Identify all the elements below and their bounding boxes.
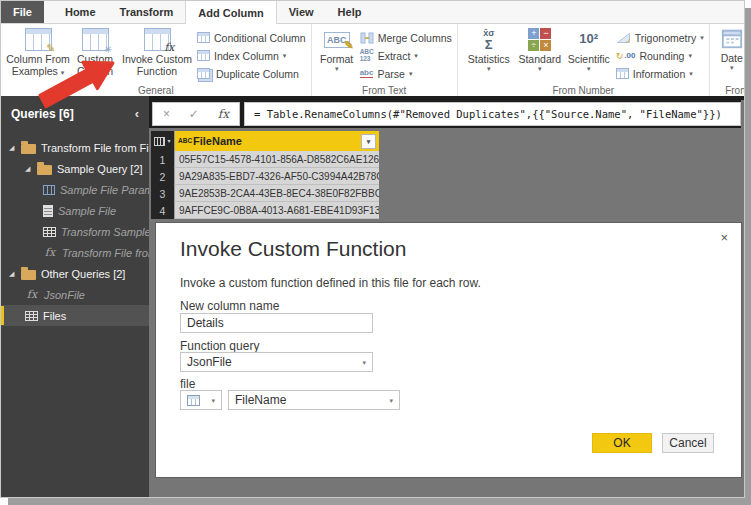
- dropdown-arrow-icon: ▾: [538, 65, 542, 72]
- tree-item-sample-file-parameter[interactable]: Sample File Param...: [1, 179, 149, 200]
- standard-button[interactable]: +−÷× Standard ▾: [515, 25, 565, 83]
- table-select-all-button[interactable]: ▾: [151, 131, 174, 151]
- file-column-dropdown[interactable]: FileName ▾: [228, 390, 400, 410]
- red-annotation-arrow: [26, 46, 121, 116]
- dialog-description: Invoke a custom function defined in this…: [180, 276, 481, 290]
- tree-item-jsonfile[interactable]: fx JsonFile: [1, 284, 149, 305]
- preview-table-header: ▾ ABC FileName ▾: [151, 131, 379, 151]
- rounding-icon: ↻.00: [616, 51, 636, 61]
- button-label: Format: [320, 53, 353, 65]
- new-column-name-label: New column name: [180, 299, 279, 313]
- dropdown-arrow-icon: ▾: [409, 70, 413, 77]
- dropdown-arrow-icon: ▾: [167, 138, 170, 144]
- dropdown-arrow-icon: ▾: [389, 397, 393, 404]
- table-row[interactable]: 3 9AE2853B-2CA4-43EB-8EC4-38E0F82FBBC8.j…: [151, 185, 379, 202]
- preview-table: ▾ ABC FileName ▾ 1 05F57C15-4578-4101-85…: [151, 131, 379, 219]
- conditional-column-button[interactable]: Conditional Column: [197, 30, 306, 45]
- folder-icon: [21, 144, 36, 154]
- button-label: Statistics: [468, 53, 510, 65]
- parse-button[interactable]: abc Parse ▾: [360, 66, 452, 81]
- dropdown-arrow-icon: ▾: [335, 65, 339, 72]
- expand-triangle-icon[interactable]: ◢: [25, 165, 32, 172]
- trigonometry-button[interactable]: Trigonometry ▾: [616, 30, 704, 45]
- button-label: Duplicate Column: [216, 68, 299, 80]
- merge-columns-button[interactable]: Merge Columns: [360, 30, 452, 45]
- index-column-button[interactable]: Index Column ▾: [197, 48, 306, 63]
- format-icon: ABC✎: [324, 32, 350, 48]
- row-number: 3: [151, 185, 174, 202]
- row-value[interactable]: 9A29A835-EBD7-4326-AF50-C3994A42B78C.j..…: [174, 168, 379, 185]
- row-value[interactable]: 05F57C15-4578-4101-856A-D8582C6AE126.js.…: [174, 151, 379, 168]
- button-label: Standard: [518, 53, 561, 65]
- general-small-buttons: Conditional Column Index Column ▾ Duplic…: [194, 25, 306, 83]
- parameter-icon: [43, 185, 55, 195]
- tree-item-transform-file-from-folder[interactable]: ◢ Transform File from Fi...: [1, 137, 149, 158]
- statistics-button[interactable]: x̄σΣ Statistics ▾: [463, 25, 515, 83]
- duplicate-column-button[interactable]: Duplicate Column: [197, 66, 306, 81]
- collapse-pane-chevron-icon[interactable]: ‹: [135, 106, 139, 121]
- formula-check-icon[interactable]: ✓: [189, 107, 199, 121]
- queries-tree: ◢ Transform File from Fi... ◢ Sample Que…: [1, 137, 149, 326]
- rounding-button[interactable]: ↻.00 Rounding ▾: [616, 48, 704, 63]
- row-value[interactable]: 9AE2853B-2CA4-43EB-8EC4-38E0F82FBBC8.js.…: [174, 185, 379, 202]
- formula-fx-icon[interactable]: fx: [218, 107, 229, 121]
- dialog-close-icon[interactable]: ×: [720, 230, 728, 245]
- table-row[interactable]: 4 9AFFCE9C-0B8A-4013-A681-EBE41D93F133.j…: [151, 202, 379, 219]
- ribbon-group-from-text: ABC✎ Format ▾ Merge Columns ABC123 Extra…: [312, 24, 458, 96]
- trigonometry-icon: [616, 32, 631, 44]
- dropdown-arrow-icon: ▾: [587, 65, 591, 72]
- tab-transform[interactable]: Transform: [108, 1, 186, 23]
- format-button[interactable]: ABC✎ Format ▾: [317, 25, 357, 83]
- extract-icon: ABC123: [360, 49, 374, 62]
- group-label-from-number: From Number: [458, 85, 709, 96]
- row-value[interactable]: 9AFFCE9C-0B8A-4013-A681-EBE41D93F133.js.…: [174, 202, 379, 219]
- expand-triangle-icon[interactable]: ◢: [9, 144, 16, 151]
- function-query-dropdown[interactable]: JsonFile ▾: [180, 352, 373, 372]
- scientific-button[interactable]: 10² Scientific ▾: [565, 25, 613, 83]
- table-row[interactable]: 2 9A29A835-EBD7-4326-AF50-C3994A42B78C.j…: [151, 168, 379, 185]
- ribbon-group-from-date-time: Date ▾ Time ▾ Duration ▾ From Date & Tim…: [710, 24, 745, 96]
- ok-button[interactable]: OK: [592, 433, 652, 453]
- cancel-button[interactable]: Cancel: [662, 433, 714, 453]
- tab-add-column[interactable]: Add Column: [185, 1, 276, 24]
- button-label: Merge Columns: [378, 32, 452, 44]
- tree-item-transform-file-function[interactable]: fx Transform File from...: [1, 242, 149, 263]
- tree-item-other-queries-folder[interactable]: ◢ Other Queries [2]: [1, 263, 149, 284]
- expand-triangle-icon[interactable]: ◢: [9, 270, 16, 277]
- button-label: Conditional Column: [214, 32, 306, 44]
- tab-home[interactable]: Home: [53, 1, 108, 23]
- extract-button[interactable]: ABC123 Extract ▾: [360, 48, 452, 63]
- date-button[interactable]: Date ▾: [715, 25, 745, 83]
- pencil-icon: ✎: [344, 39, 353, 52]
- tree-item-files[interactable]: Files: [1, 305, 149, 326]
- queries-pane: Queries [6] ‹ ◢ Transform File from Fi..…: [1, 96, 149, 497]
- invoke-custom-function-button[interactable]: fx Invoke Custom Function: [120, 25, 194, 83]
- new-column-name-input[interactable]: [180, 313, 373, 333]
- function-icon: fx: [25, 288, 39, 301]
- tab-help[interactable]: Help: [326, 1, 374, 23]
- column-filter-button[interactable]: ▾: [361, 134, 376, 149]
- formula-cancel-icon[interactable]: ×: [163, 107, 170, 121]
- formula-input[interactable]: = Table.RenameColumns(#"Removed Duplicat…: [244, 102, 741, 126]
- dropdown-arrow-icon: ▾: [688, 52, 692, 59]
- merge-columns-icon: [360, 32, 374, 44]
- tab-view[interactable]: View: [277, 1, 326, 23]
- invoke-custom-function-icon: fx: [144, 28, 171, 51]
- dropdown-arrow-icon: ▾: [700, 34, 704, 41]
- tree-item-sample-query-folder[interactable]: ◢ Sample Query [2]: [1, 158, 149, 179]
- tab-file[interactable]: File: [1, 1, 44, 23]
- table-row[interactable]: 1 05F57C15-4578-4101-856A-D8582C6AE126.j…: [151, 151, 379, 168]
- information-button[interactable]: Information ▾: [616, 66, 704, 81]
- button-label: Index Column: [214, 50, 279, 62]
- column-header-filename[interactable]: ABC FileName ▾: [174, 131, 379, 151]
- column-selector-dropdown[interactable]: ▾: [180, 390, 222, 410]
- tree-item-transform-sample-file[interactable]: Transform Sample Fi...: [1, 221, 149, 242]
- tree-item-sample-file[interactable]: Sample File: [1, 200, 149, 221]
- ribbon-group-from-number: x̄σΣ Statistics ▾ +−÷× Standard ▾ 10² Sc…: [458, 24, 710, 96]
- dropdown-arrow-icon: ▾: [414, 52, 418, 59]
- standard-icon: +−÷×: [528, 28, 551, 51]
- file-label: file: [180, 377, 195, 391]
- button-label: Parse: [377, 68, 404, 80]
- formula-buttons: × ✓ fx: [152, 102, 240, 126]
- app-frame: File Home Transform Add Column View Help…: [0, 0, 745, 498]
